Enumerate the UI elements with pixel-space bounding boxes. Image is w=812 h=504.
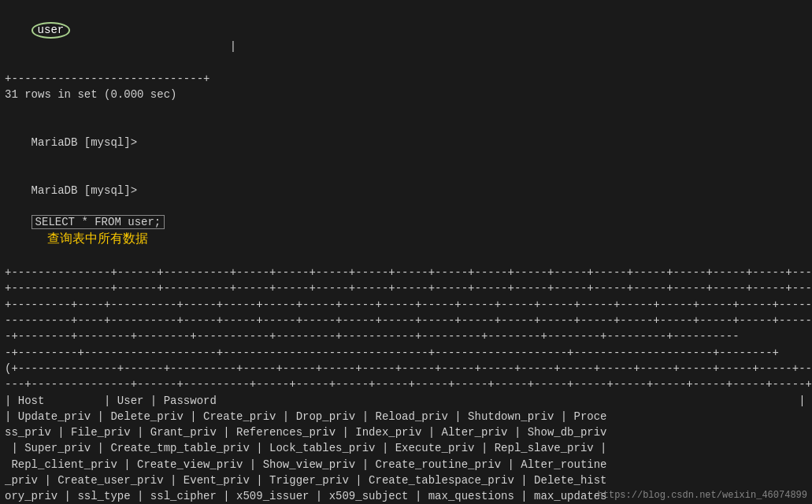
header-line: | Host | User | Password | Select_priv |… — [5, 393, 807, 409]
prompt-line-2: MariaDB [mysql]> SELECT * FROM user; 查询表… — [5, 166, 807, 265]
user-row-line: user | — [5, 6, 807, 71]
priv-line-2: ss_priv | File_priv | Grant_priv | Refer… — [5, 424, 807, 440]
table-sep-4: ----------+----+----------+-----+-----+-… — [5, 313, 807, 328]
blank-line-1 — [5, 102, 807, 118]
priv-line-1: | Update_priv | Delete_priv | Create_pri… — [5, 409, 807, 424]
table-sep-3: +---------+----+----------+-----+-----+-… — [5, 297, 807, 313]
prompt-line-1: MariaDB [mysql]> — [5, 119, 807, 167]
table-sep-2: +---------------+------+----------+-----… — [5, 280, 807, 296]
priv-line-5: _priv | Create_user_priv | Event_priv | … — [5, 472, 807, 488]
terminal-window: user | +-----------------------------+ 3… — [0, 0, 812, 504]
table-sep-5: -+--------+--------+--------+-----------… — [5, 328, 807, 344]
annotation-text: 查询表中所有数据 — [47, 232, 148, 246]
mariadb-prompt-2: MariaDB [mysql]> — [32, 184, 137, 197]
priv-line-4: Repl_client_priv | Create_view_priv | Sh… — [5, 457, 807, 472]
mariadb-prompt-1: MariaDB [mysql]> — [32, 136, 137, 149]
table-sep-1: +---------------+------+----------+-----… — [5, 265, 807, 280]
user-label: user — [32, 22, 71, 39]
table-sep-8: ---+---------------+------+----------+--… — [5, 376, 807, 392]
watermark-text: https://blog.csdn.net/weixin_46074899 — [598, 490, 807, 501]
priv-line-3: | Super_priv | Create_tmp_table_priv | L… — [5, 440, 807, 456]
table-sep-7: (+---------------+------+----------+----… — [5, 361, 807, 376]
table-sep-6: -+---------+--------------------+-------… — [5, 345, 807, 361]
pipe-separator: | — [32, 40, 236, 53]
sql-command-text: SELECT * FROM user; — [32, 215, 165, 229]
separator-line-1: +-----------------------------+ — [5, 71, 807, 87]
row-count-line: 31 rows in set (0.000 sec) — [5, 87, 807, 102]
